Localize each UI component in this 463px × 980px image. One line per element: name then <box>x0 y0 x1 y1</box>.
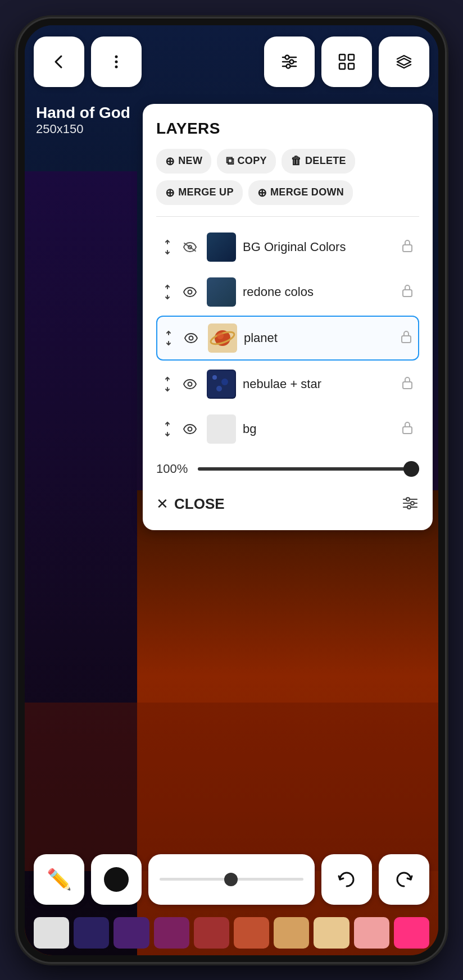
svg-rect-15 <box>403 245 412 252</box>
layer-visibility-toggle[interactable] <box>181 328 201 348</box>
color-swatch-tan[interactable] <box>274 917 309 949</box>
brush-icon <box>104 867 129 892</box>
layers-actions-row2: ⊕ MERGE UP ⊕ MERGE DOWN <box>156 180 419 205</box>
svg-point-4 <box>285 55 289 59</box>
layer-row[interactable]: nebulae + star <box>156 363 419 405</box>
bottom-toolbar: ✏️ <box>25 849 438 910</box>
close-x-icon: ✕ <box>156 495 169 513</box>
pencil-button[interactable]: ✏️ <box>34 854 84 905</box>
layer-visibility-toggle[interactable] <box>180 282 200 302</box>
opacity-row: 100% <box>156 462 419 476</box>
svg-point-0 <box>115 55 118 58</box>
close-label: CLOSE <box>174 495 225 513</box>
svg-point-16 <box>188 290 192 294</box>
back-button[interactable] <box>34 37 84 87</box>
svg-point-2 <box>115 65 118 68</box>
layer-lock-icon[interactable] <box>400 329 412 347</box>
svg-point-6 <box>290 60 294 63</box>
svg-point-25 <box>212 375 217 380</box>
divider <box>156 216 419 217</box>
color-palette <box>25 910 438 955</box>
svg-rect-24 <box>208 371 235 398</box>
color-swatch-brown[interactable] <box>234 917 269 949</box>
color-swatch-white[interactable] <box>34 917 69 949</box>
opacity-slider[interactable] <box>198 467 419 471</box>
image-title: Hand of God 250x150 <box>36 104 130 136</box>
svg-point-27 <box>216 386 222 391</box>
layer-thumbnail <box>207 414 236 444</box>
brush-size-slider[interactable] <box>160 878 303 881</box>
merge-down-button[interactable]: ⊕ MERGE DOWN <box>248 180 353 205</box>
pencil-icon: ✏️ <box>47 868 72 891</box>
delete-layer-button[interactable]: 🗑 DELETE <box>282 149 355 174</box>
phone-screen: Hand of God 250x150 LAYERS ⊕ NEW ⧉ COPY … <box>25 25 438 955</box>
color-swatch-lightpink[interactable] <box>354 917 389 949</box>
layers-actions-row1: ⊕ NEW ⧉ COPY 🗑 DELETE <box>156 149 419 174</box>
adjust-button[interactable] <box>264 37 315 87</box>
redo-button[interactable] <box>379 854 429 905</box>
layer-thumbnail <box>208 323 237 353</box>
layer-name: planet <box>244 331 393 345</box>
svg-rect-9 <box>339 54 345 60</box>
delete-icon: 🗑 <box>290 154 302 167</box>
layer-row[interactable]: BG Original Colors <box>156 226 419 268</box>
merge-up-icon: ⊕ <box>165 186 175 199</box>
new-layer-button[interactable]: ⊕ NEW <box>156 149 211 174</box>
layer-thumbnail <box>207 233 236 262</box>
svg-point-18 <box>189 336 193 340</box>
copy-icon: ⧉ <box>226 154 234 167</box>
layers-panel: LAYERS ⊕ NEW ⧉ COPY 🗑 DELETE <box>143 104 433 530</box>
top-toolbar <box>25 25 438 98</box>
layers-title: LAYERS <box>156 120 419 138</box>
grid-button[interactable] <box>321 37 372 87</box>
opacity-thumb[interactable] <box>403 461 419 477</box>
layer-row-active[interactable]: planet <box>156 316 419 361</box>
svg-point-29 <box>188 427 192 431</box>
undo-button[interactable] <box>321 854 372 905</box>
svg-rect-12 <box>348 63 354 69</box>
copy-layer-button[interactable]: ⧉ COPY <box>217 149 276 174</box>
layer-move-icon <box>163 330 174 346</box>
layer-lock-icon[interactable] <box>401 420 414 438</box>
merge-up-button[interactable]: ⊕ MERGE UP <box>156 180 243 205</box>
phone-frame: Hand of God 250x150 LAYERS ⊕ NEW ⧉ COPY … <box>18 19 445 962</box>
new-icon: ⊕ <box>165 154 175 168</box>
layer-lock-icon[interactable] <box>401 238 414 256</box>
brush-size-control[interactable] <box>148 854 315 905</box>
svg-point-36 <box>407 505 411 509</box>
brush-button[interactable] <box>91 854 142 905</box>
svg-point-34 <box>411 502 414 505</box>
layer-name: nebulae + star <box>243 377 394 391</box>
layer-thumbnail <box>207 277 236 307</box>
color-swatch-darkpink[interactable] <box>154 917 189 949</box>
svg-point-32 <box>406 498 410 501</box>
color-swatch-darkred[interactable] <box>194 917 229 949</box>
layer-row[interactable]: bg <box>156 408 419 450</box>
svg-point-8 <box>287 64 290 68</box>
svg-rect-11 <box>339 63 345 69</box>
layer-row[interactable]: redone colos <box>156 271 419 313</box>
image-dimensions: 250x150 <box>36 122 130 136</box>
brush-size-thumb[interactable] <box>224 873 238 886</box>
color-swatch-darkblue[interactable] <box>74 917 109 949</box>
svg-point-1 <box>115 60 118 63</box>
svg-rect-17 <box>403 290 412 297</box>
layer-lock-icon[interactable] <box>401 283 414 301</box>
color-swatch-hotpink[interactable] <box>394 917 429 949</box>
more-button[interactable] <box>91 37 142 87</box>
svg-rect-28 <box>403 382 412 389</box>
layers-button[interactable] <box>379 37 429 87</box>
close-button[interactable]: ✕ CLOSE <box>156 495 225 513</box>
layer-lock-icon[interactable] <box>401 375 414 393</box>
layer-visibility-toggle[interactable] <box>180 237 200 257</box>
svg-point-26 <box>221 379 228 385</box>
close-row: ✕ CLOSE <box>156 490 419 514</box>
layer-name: bg <box>243 422 394 436</box>
layer-visibility-toggle[interactable] <box>180 419 200 439</box>
color-swatch-peach[interactable] <box>314 917 349 949</box>
color-swatch-purple[interactable] <box>114 917 149 949</box>
layer-visibility-toggle[interactable] <box>180 374 200 394</box>
panel-adjust-icon[interactable] <box>401 494 419 514</box>
svg-point-21 <box>217 332 224 339</box>
layer-move-icon <box>162 376 173 392</box>
